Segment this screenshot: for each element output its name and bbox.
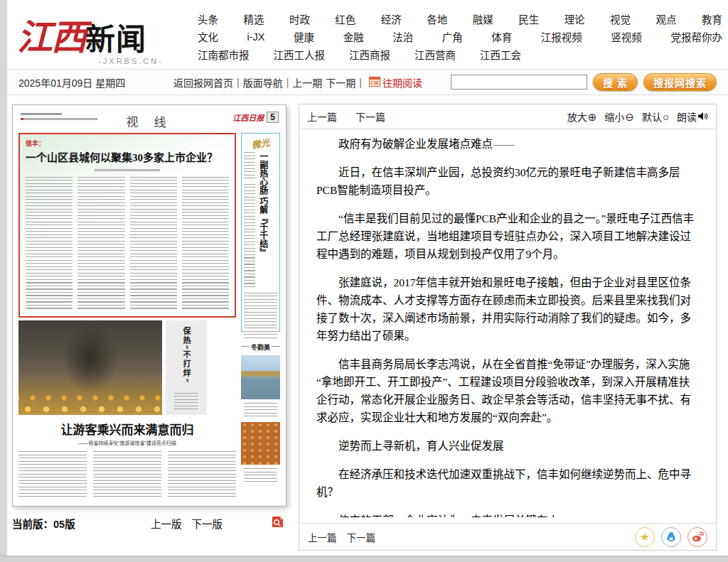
- nav-link[interactable]: 健康: [294, 29, 314, 44]
- next-page-link[interactable]: 下一版: [192, 516, 223, 531]
- nav-link[interactable]: 经济: [381, 11, 402, 26]
- newspaper-page-image[interactable]: 视 线 江西日报 5 信丰： 一个山区县城何以聚集30多家上市企业？: [12, 104, 287, 507]
- nav-link[interactable]: 党报帮你办: [670, 29, 722, 44]
- reset-size-button[interactable]: 默认○: [642, 109, 669, 124]
- reader-toolbar: 上一篇 下一篇 放大⊕ 缩小⊖ 默认○ 朗读: [299, 104, 716, 129]
- text-column: [244, 293, 277, 340]
- nav-link[interactable]: 理论: [564, 11, 585, 26]
- search-button[interactable]: 搜 索: [593, 73, 638, 91]
- nav-row-2: 文化i-JX健康金融法治广角体育江报视频竖视频党报帮你办: [198, 28, 722, 45]
- masthead-dateline: [21, 113, 97, 120]
- weibo-share-icon[interactable]: [687, 527, 707, 547]
- issue-toolbar: 2025年01月09日 星期四 返回报网首页| 版面导航| 上一期 下一期| 往…: [7, 69, 728, 95]
- issue-links: 返回报网首页| 版面导航| 上一期 下一期|: [173, 75, 362, 90]
- side-article-content: 一副热心肠 巧解『千千结』: [244, 152, 277, 288]
- nav-link[interactable]: 文化: [198, 29, 218, 44]
- search-input[interactable]: [451, 75, 587, 90]
- text-column: [168, 451, 236, 497]
- nav-link[interactable]: 竖视频: [611, 29, 642, 44]
- nav-link[interactable]: 江西工会: [480, 47, 521, 62]
- default-circle-icon: ○: [663, 112, 669, 122]
- nav-link[interactable]: 江西商报: [349, 47, 390, 62]
- article-text-columns: [26, 177, 229, 310]
- newspaper-masthead: 视 线 江西日报 5: [18, 109, 280, 131]
- speaker-icon: [697, 112, 708, 122]
- nav-link[interactable]: 精选: [243, 11, 264, 26]
- newspaper-side-column: 微光 一副热心肠 巧解『千千结』 冬韵美: [241, 133, 280, 497]
- article-paragraph: 信丰县商务局局长李志鸿说，从在全省首推“免带证”办理服务，深入实施“拿地即开工、…: [316, 355, 700, 426]
- share-buttons: ★: [635, 527, 707, 547]
- home-link[interactable]: 返回报网首页: [173, 75, 233, 90]
- article-paragraph: 信丰的干部、企业家认为，未来发展关键在人。: [316, 512, 700, 517]
- nav-link[interactable]: 民生: [518, 11, 539, 26]
- text-column: [130, 177, 177, 310]
- lake-photo[interactable]: [241, 355, 280, 399]
- current-page-value: 05版: [53, 516, 75, 531]
- prev-article-link-bottom[interactable]: 上一篇: [308, 530, 337, 544]
- nav-link[interactable]: 金融: [343, 29, 364, 44]
- nav-link[interactable]: 江南都市报: [198, 47, 250, 62]
- nav-link[interactable]: 融媒: [473, 11, 493, 26]
- qzone-share-icon[interactable]: ★: [635, 527, 655, 547]
- main-navigation: 头条精选时政红色经济各地融媒民生理论视觉观点教育 文化i-JX健康金融法治广角体…: [198, 10, 722, 63]
- article-paragraph: “信丰是我们目前见过的最懂PCB产业和企业的县之一。”景旺电子江西信丰工厂总经理…: [316, 210, 700, 263]
- nav-link[interactable]: 广角: [442, 29, 463, 44]
- nav-link[interactable]: 红色: [335, 11, 355, 26]
- side-article-box[interactable]: 微光 一副热心肠 巧解『千千结』: [241, 133, 280, 332]
- calendar-icon[interactable]: [369, 76, 380, 89]
- forest-photo[interactable]: [241, 422, 280, 465]
- newspaper-preview-panel: 视 线 江西日报 5 信丰： 一个山区县城何以聚集30多家上市企业？: [12, 104, 287, 531]
- site-search-button[interactable]: 搜报网搜索: [643, 73, 717, 91]
- archive-link[interactable]: 往期阅读: [382, 75, 422, 90]
- masthead-paper-info: 江西日报 5: [232, 112, 279, 123]
- nav-link[interactable]: 江西营商: [414, 47, 456, 62]
- prev-issue-link[interactable]: 上一期: [292, 75, 322, 90]
- article-kicker: 信丰：: [26, 139, 229, 148]
- site-logo[interactable]: 江西新闻 -JXRBS.CN-: [17, 9, 195, 65]
- pdf-icon[interactable]: [272, 515, 284, 531]
- photo-caption-lines: [174, 393, 198, 411]
- kitchen-photo[interactable]: [18, 320, 162, 415]
- zoom-in-button[interactable]: 放大⊕: [567, 109, 597, 124]
- highlighted-article-region[interactable]: 信丰： 一个山区县城何以聚集30多家上市企业？: [18, 133, 236, 318]
- next-article-link-bottom[interactable]: 下一篇: [347, 530, 376, 544]
- side-column-logo: 微光: [243, 134, 279, 153]
- nav-link[interactable]: 法治: [392, 29, 413, 44]
- photo-caption-lines: [244, 468, 277, 482]
- photo-row: 保热“不打烊”: [18, 320, 236, 415]
- nav-link[interactable]: 教育: [702, 11, 722, 26]
- nav-link[interactable]: 视觉: [610, 11, 631, 26]
- article-reader-panel: 上一篇 下一篇 放大⊕ 缩小⊖ 默认○ 朗读 政府有为破解企业发展堵点难点——近…: [299, 104, 717, 551]
- photo-vertical-label: 保热“不打烊”: [181, 327, 192, 387]
- separator: |: [237, 77, 240, 88]
- side-article-headline: 一副热心肠 巧解『千千结』: [257, 152, 267, 288]
- current-page-label: 当前版：: [12, 516, 53, 531]
- text-column: [244, 152, 255, 288]
- prev-article-link[interactable]: 上一篇: [307, 109, 337, 124]
- next-issue-link[interactable]: 下一期: [326, 75, 355, 90]
- article-paragraph: 张建庭说，2017年信丰就开始和景旺电子接触，但由于企业对县里区位条件、物流成本…: [316, 274, 700, 345]
- nav-link[interactable]: i-JX: [247, 31, 265, 43]
- nav-link[interactable]: 时政: [289, 11, 310, 26]
- second-article-subtitle: ——我省持续深化“旅游诚信省”建设亮点扫描: [18, 439, 236, 446]
- prev-page-link[interactable]: 上一版: [151, 516, 182, 531]
- second-article-headline[interactable]: 让游客乘兴而来满意而归: [18, 420, 236, 438]
- nav-link[interactable]: 江报视频: [541, 29, 582, 44]
- nav-link[interactable]: 各地: [427, 11, 447, 26]
- article-paragraph: 在经济承压和技术迭代加速双重挑战下，信丰如何继续逆势而上、危中寻机？: [316, 465, 700, 501]
- text-column: [182, 177, 229, 310]
- article-byline-placeholder: [95, 169, 160, 171]
- zoom-in-icon: ⊕: [588, 112, 597, 122]
- nav-link[interactable]: 江西工人报: [274, 47, 326, 62]
- qq-share-icon[interactable]: [661, 527, 681, 547]
- read-aloud-button[interactable]: 朗读: [677, 109, 708, 124]
- nav-link[interactable]: 体育: [491, 29, 512, 44]
- layout-nav-link[interactable]: 版面导航: [243, 75, 283, 90]
- search-area: 搜 索 搜报网搜索: [451, 73, 717, 91]
- nav-link[interactable]: 观点: [656, 11, 677, 26]
- next-article-link[interactable]: 下一篇: [355, 109, 385, 124]
- article-body: 政府有为破解企业发展堵点难点——近日，在信丰深圳产业园，总投资约30亿元的景旺电…: [299, 129, 716, 517]
- zoom-out-button[interactable]: 缩小⊖: [604, 109, 634, 124]
- nav-link[interactable]: 头条: [198, 11, 218, 26]
- second-article-columns: [18, 451, 236, 497]
